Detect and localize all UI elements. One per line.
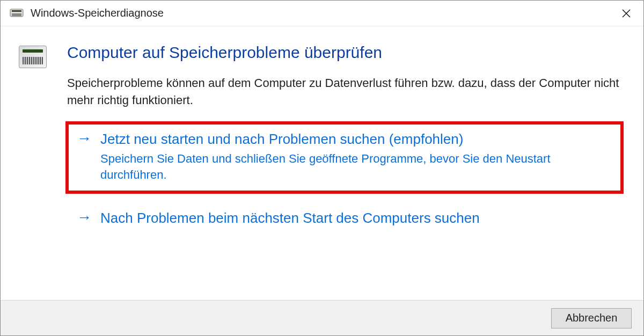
option-restart-now-title: Jetzt neu starten und nach Problemen suc…	[100, 130, 463, 149]
cancel-button[interactable]: Abbrechen	[551, 308, 632, 328]
titlebar: Windows-Speicherdiagnose	[1, 1, 643, 26]
close-button[interactable]	[613, 3, 639, 24]
option-restart-now[interactable]: → Jetzt neu starten und nach Problemen s…	[67, 123, 622, 192]
memory-module-icon	[13, 43, 52, 68]
dialog-heading: Computer auf Speicherprobleme überprüfen	[67, 43, 622, 62]
svg-rect-1	[12, 10, 21, 12]
dialog-description: Speicherprobleme können auf dem Computer…	[67, 75, 622, 109]
option-restart-now-subtitle: Speichern Sie Daten und schließen Sie ge…	[100, 151, 612, 184]
window-title: Windows-Speicherdiagnose	[31, 7, 613, 19]
dialog-content: Computer auf Speicherprobleme überprüfen…	[1, 26, 643, 246]
svg-rect-2	[12, 13, 21, 16]
arrow-right-icon: →	[77, 209, 100, 226]
close-icon	[621, 9, 631, 18]
arrow-right-icon: →	[77, 130, 100, 147]
option-check-later-title: Nach Problemen beim nächsten Start des C…	[100, 209, 480, 228]
option-check-later[interactable]: → Nach Problemen beim nächsten Start des…	[67, 202, 622, 236]
memory-chip-icon	[9, 7, 24, 20]
dialog-footer: Abbrechen	[1, 300, 643, 335]
